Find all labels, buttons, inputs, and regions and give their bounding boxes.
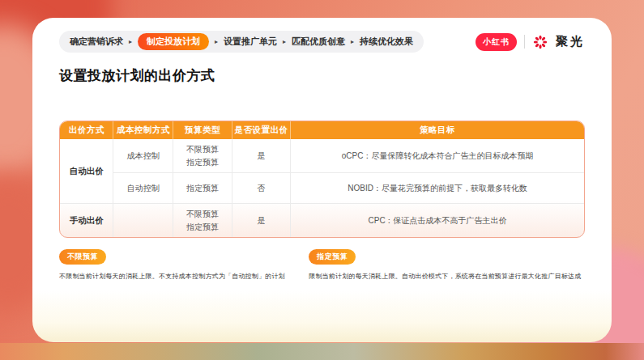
budget-notes: 不限预算 不限制当前计划每天的消耗上限。不支持成本控制方式为「自动控制」的计划 …	[59, 248, 585, 281]
table-row: 自动控制 指定预算 否 NOBID：尽量花完预算的前提下，获取最多转化数	[60, 173, 584, 204]
budget-type-line: 不限预算	[177, 208, 228, 221]
juguang-wordmark: 聚光	[556, 34, 585, 49]
note-text-unlimited: 不限制当前计划每天的消耗上限。不支持成本控制方式为「自动控制」的计划	[59, 272, 309, 281]
strategy-cell: CPC：保证点击成本不高于广告主出价	[291, 204, 584, 238]
juguang-burst-icon	[532, 34, 548, 50]
brand-logos: 小红书 聚光	[476, 33, 585, 51]
breadcrumb-step-optimize: 持续优化效果	[360, 36, 413, 48]
breadcrumb-arrow-icon: ▸	[283, 38, 286, 45]
breadcrumb-arrow-icon: ▸	[129, 38, 132, 45]
budget-type-line: 指定预算	[177, 182, 228, 195]
budget-type-cell: 指定预算	[173, 173, 232, 204]
breadcrumb-step-setup-unit: 设置推广单元	[224, 36, 277, 48]
slide-card: 确定营销诉求 ▸ 制定投放计划 ▸ 设置推广单元 ▸ 匹配优质创意 ▸ 持续优化…	[32, 18, 612, 342]
budget-type-cell: 不限预算 指定预算	[173, 139, 232, 173]
table-row: 手动出价 不限预算 指定预算 是 CPC：保证点击成本不高于广告主出价	[60, 204, 584, 238]
strategy-cell: NOBID：尽量花完预算的前提下，获取最多转化数	[291, 173, 584, 204]
header-strategy: 策略目标	[291, 121, 584, 139]
note-badge-fixed: 指定预算	[309, 249, 356, 265]
budget-type-line: 指定预算	[177, 221, 228, 234]
cost-control-cell: 成本控制	[113, 139, 173, 173]
breadcrumb-arrow-icon: ▸	[215, 38, 218, 45]
header-budget-type: 预算类型	[173, 121, 232, 139]
strategy-cell: oCPC：尽量保障转化成本符合广告主的目标成本预期	[291, 139, 584, 173]
page-title: 设置投放计划的出价方式	[59, 66, 585, 85]
bidding-table-card: 出价方式 成本控制方式 预算类型 是否设置出价 策略目标 自动出价 成本控制 不…	[59, 121, 585, 238]
bid-method-cell-auto: 自动出价	[60, 139, 113, 204]
bid-set-cell: 是	[232, 139, 290, 173]
header-bid-method: 出价方式	[60, 121, 113, 139]
header-cost-control: 成本控制方式	[113, 121, 173, 139]
logo-divider	[524, 35, 525, 49]
header-bid-set: 是否设置出价	[232, 121, 290, 139]
bid-set-cell: 否	[232, 173, 290, 204]
note-badge-unlimited: 不限预算	[59, 249, 106, 265]
note-fixed-budget: 指定预算 限制当前计划的每天消耗上限。自动出价模式下，系统将在当前预算进行最大化…	[309, 248, 585, 281]
background-photo-strip	[0, 343, 644, 360]
breadcrumb-step-define-demand: 确定营销诉求	[70, 36, 123, 48]
funnel-breadcrumb: 确定营销诉求 ▸ 制定投放计划 ▸ 设置推广单元 ▸ 匹配优质创意 ▸ 持续优化…	[59, 31, 424, 53]
breadcrumb-arrow-icon: ▸	[351, 38, 354, 45]
cost-control-cell: 自动控制	[113, 173, 173, 204]
xiaohongshu-badge: 小红书	[476, 33, 517, 51]
slide: { "breadcrumb": { "separator": "▸", "ite…	[0, 0, 644, 360]
note-text-fixed: 限制当前计划的每天消耗上限。自动出价模式下，系统将在当前预算进行最大化推广目标达…	[309, 272, 585, 281]
bid-method-cell-manual: 手动出价	[60, 204, 113, 238]
cost-control-cell	[113, 204, 173, 238]
budget-type-line: 指定预算	[177, 156, 228, 169]
bidding-table: 出价方式 成本控制方式 预算类型 是否设置出价 策略目标 自动出价 成本控制 不…	[60, 121, 584, 237]
breadcrumb-step-match-creative: 匹配优质创意	[292, 36, 345, 48]
table-row: 自动出价 成本控制 不限预算 指定预算 是 oCPC：尽量保障转化成本符合广告主…	[60, 139, 584, 173]
table-header-row: 出价方式 成本控制方式 预算类型 是否设置出价 策略目标	[60, 121, 584, 139]
breadcrumb-step-create-plan: 制定投放计划	[138, 33, 209, 50]
bid-set-cell: 是	[232, 204, 290, 238]
budget-type-cell: 不限预算 指定预算	[173, 204, 232, 238]
note-unlimited-budget: 不限预算 不限制当前计划每天的消耗上限。不支持成本控制方式为「自动控制」的计划	[59, 248, 309, 281]
top-bar: 确定营销诉求 ▸ 制定投放计划 ▸ 设置推广单元 ▸ 匹配优质创意 ▸ 持续优化…	[59, 31, 585, 53]
budget-type-line: 不限预算	[177, 143, 228, 156]
